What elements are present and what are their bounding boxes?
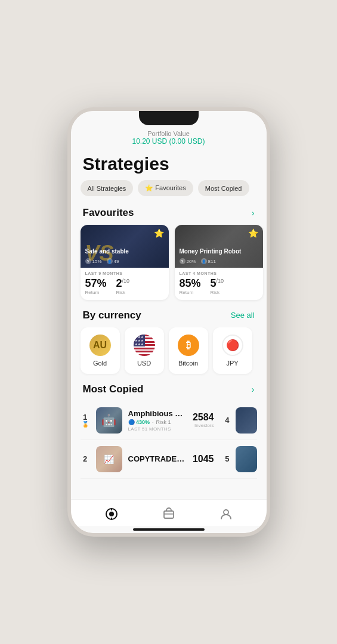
jpy-label: JPY	[226, 360, 238, 367]
fav-risk-value-1: 2/10	[116, 278, 130, 290]
rank-right-2: 5	[220, 454, 230, 463]
filter-tabs: All Strategies ⭐ Favourites Most Copied	[71, 180, 267, 205]
page-title: Strategies	[71, 150, 267, 180]
investors-2: 1045	[193, 454, 214, 465]
fav-card-1-name: Safe and stable	[85, 248, 129, 255]
fav-period-2: LAST 4 MONTHS	[180, 271, 258, 275]
home-indicator	[133, 528, 205, 531]
copied-sub-1: 🔵 430% · Risk 1	[128, 419, 187, 425]
fav-card-2-image: ⭐ Money Printing Robot $ 20% 👤 811	[175, 225, 263, 268]
nav-strategies[interactable]	[97, 504, 126, 524]
fav-return-label-1: Return	[85, 290, 107, 295]
fav-card-1-stats: LAST 9 MONTHS 57% Return 2/10 Risk	[81, 268, 169, 300]
bottom-nav	[71, 499, 267, 526]
fav-meta-return: $ 15%	[85, 258, 102, 264]
tab-favourites[interactable]: ⭐ Favourites	[138, 180, 193, 196]
tab-all-strategies[interactable]: All Strategies	[81, 180, 134, 196]
bitcoin-icon: ₿	[178, 335, 199, 356]
nav-profile[interactable]	[212, 504, 240, 524]
fav-return-value-2: 85%	[180, 278, 201, 290]
favourites-cards: VS ⭐ Safe and stable $ 15% 👤 49	[71, 225, 267, 307]
portfolio-value: 10.20 USD (0.00 USD)	[81, 137, 257, 145]
currency-grid: AU Gold ★★★★★★★★★ USD	[71, 327, 267, 381]
rank-icon-1: 🏅	[82, 421, 89, 428]
see-all-link[interactable]: See all	[231, 311, 255, 320]
notch	[139, 111, 199, 125]
fav-period-1: LAST 9 MONTHS	[85, 271, 164, 275]
jpy-icon: 🔴	[222, 335, 243, 356]
fav-return-label-2: Return	[180, 290, 201, 295]
portfolio-icon	[162, 507, 176, 521]
fav-risk-2: 5/10 Risk	[211, 278, 224, 295]
fav-return-2: 85% Return	[180, 278, 201, 295]
fav-numbers-2: 85% Return 5/10 Risk	[180, 278, 258, 295]
most-copied-header: Most Copied ›	[71, 381, 267, 401]
portfolio-title: Portfolio Value	[81, 130, 257, 137]
fav-risk-1: 2/10 Risk	[116, 278, 130, 295]
fav-numbers-1: 57% Return 2/10 Risk	[85, 278, 164, 295]
currency-title: By currency	[83, 309, 141, 321]
investors-label-1: Investors	[193, 423, 214, 428]
profile-icon	[219, 507, 233, 521]
fav-card-1-meta: $ 15% 👤 49	[85, 258, 119, 264]
bitcoin-label: Bitcoin	[178, 360, 198, 367]
currency-gold[interactable]: AU Gold	[81, 327, 120, 374]
usd-icon: ★★★★★★★★★	[134, 335, 155, 356]
fav-meta-investors-2: 👤 811	[201, 258, 216, 264]
copied-row-2[interactable]: 2 📈 COPYTRADER ATC 1045 5	[81, 440, 257, 479]
currency-bitcoin[interactable]: ₿ Bitcoin	[169, 327, 208, 374]
favourites-chevron[interactable]: ›	[252, 208, 255, 218]
scroll-content: Portfolio Value 10.20 USD (0.00 USD) Str…	[71, 111, 267, 499]
header: Portfolio Value 10.20 USD (0.00 USD)	[71, 128, 267, 150]
strategies-icon	[104, 507, 119, 521]
copied-info-2: COPYTRADER ATC	[128, 454, 187, 463]
currency-section-header: By currency See all	[71, 307, 267, 327]
most-copied-chevron[interactable]: ›	[252, 385, 255, 394]
robot-thumb: 🤖	[96, 407, 122, 434]
fav-return-1: 57% Return	[85, 278, 107, 295]
screen: Portfolio Value 10.20 USD (0.00 USD) Str…	[71, 111, 267, 533]
favourites-title: Favourites	[83, 207, 134, 219]
fav-risk-value-2: 5/10	[211, 278, 224, 290]
svg-point-6	[224, 510, 228, 515]
fav-card-1[interactable]: VS ⭐ Safe and stable $ 15% 👤 49	[81, 225, 169, 300]
return-pct-1: 🔵 430%	[128, 419, 150, 425]
copied-name-2: COPYTRADER ATC	[128, 454, 187, 463]
investors-num-2: 1045	[193, 454, 214, 465]
currency-usd[interactable]: ★★★★★★★★★ USD	[125, 327, 164, 374]
copytrader-thumb: 📈	[96, 446, 122, 472]
thumbnail-2: 📈	[96, 446, 122, 472]
nav-portfolio[interactable]	[154, 504, 183, 524]
copied-row-1[interactable]: 1 🏅 🤖 Amphibious Robot Min 🔵 430% ·	[81, 401, 257, 440]
fav-meta-return-2: $ 20%	[180, 258, 196, 264]
fav-card-2-meta: $ 20% 👤 811	[180, 258, 216, 264]
copied-period-1: LAST 51 MONTHS	[128, 426, 187, 432]
scroll-padding	[71, 484, 267, 493]
dollar-icon-2: $	[180, 258, 185, 264]
thumbnail-1: 🤖	[96, 407, 122, 434]
most-copied-list: 1 🏅 🤖 Amphibious Robot Min 🔵 430% ·	[71, 401, 267, 484]
svg-rect-4	[164, 511, 174, 518]
rank-2: 2	[81, 455, 90, 463]
tab-most-copied[interactable]: Most Copied	[198, 180, 249, 196]
fav-return-value-1: 57%	[85, 278, 107, 290]
usd-label: USD	[137, 360, 151, 367]
fav-star-1: ⭐	[154, 228, 164, 238]
most-copied-title: Most Copied	[83, 383, 144, 395]
fav-card-2[interactable]: ⭐ Money Printing Robot $ 20% 👤 811	[175, 225, 263, 300]
currency-jpy[interactable]: 🔴 JPY	[213, 327, 252, 374]
svg-point-1	[109, 512, 114, 516]
person-icon-2: 👤	[201, 258, 207, 264]
fav-star-2: ⭐	[248, 228, 258, 238]
copied-info-1: Amphibious Robot Min 🔵 430% · Risk 1 LAS…	[128, 409, 187, 432]
fav-risk-label-1: Risk	[116, 290, 130, 295]
fav-meta-investors: 👤 49	[107, 258, 119, 264]
person-icon-1: 👤	[107, 258, 113, 264]
copied-name-1: Amphibious Robot Min	[128, 409, 187, 418]
next-thumb-1	[236, 407, 257, 434]
gold-icon: AU	[89, 335, 111, 356]
dollar-icon: $	[85, 258, 91, 264]
next-thumb-2	[236, 446, 257, 472]
rank-right-1: 4	[220, 416, 230, 425]
investors-num-1: 2584	[193, 412, 214, 423]
